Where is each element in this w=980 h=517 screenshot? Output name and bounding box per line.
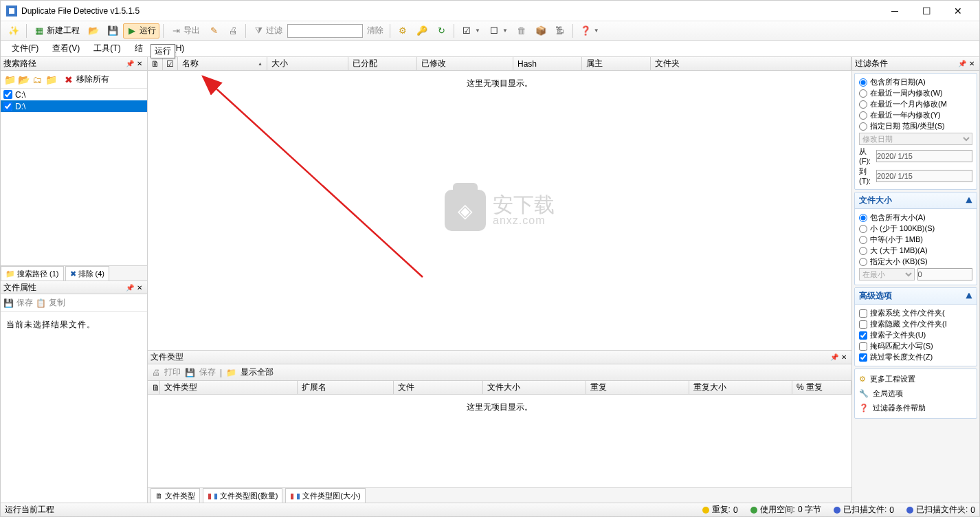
pin-icon[interactable]: 📌 (125, 283, 135, 292)
help-button[interactable]: ❓▼ (577, 23, 603, 38)
ft-col-pct[interactable]: % 重复 (792, 381, 851, 394)
menu-tools[interactable]: 工具(T) (89, 41, 124, 56)
date-year-radio[interactable]: 在最近一年内修改(Y) (859, 110, 972, 120)
size-small-radio[interactable]: 小 (少于 100KB)(S) (859, 223, 972, 234)
minimize-button[interactable]: ─ (879, 1, 911, 21)
wand-button[interactable]: ✨ (5, 23, 23, 38)
size-all-radio[interactable]: 包含所有大小(A) (859, 212, 972, 223)
adv-zero-check[interactable]: 跳过零长度文件(Z) (859, 352, 972, 362)
size-large-radio[interactable]: 大 (大于 1MB)(A) (859, 245, 972, 256)
delete-button[interactable]: 🗑 (513, 23, 531, 38)
pin-icon[interactable]: 📌 (829, 353, 839, 362)
ft-showall-label[interactable]: 显示全部 (241, 366, 274, 378)
fp-save-icon[interactable]: 💾 (3, 298, 14, 308)
size-mode-select[interactable]: 在最小 (859, 268, 915, 280)
ft-col-dup[interactable]: 重复 (586, 381, 689, 394)
print-button[interactable]: 🖨 (224, 23, 242, 38)
col-folder[interactable]: 文件夹 (651, 57, 851, 70)
ft-col-type[interactable]: 文件类型 (160, 381, 298, 394)
panel-close-icon[interactable]: ✕ (135, 283, 144, 292)
size-medium-radio[interactable]: 中等(小于 1MB) (859, 234, 972, 245)
date-from-input[interactable] (876, 150, 972, 162)
fp-copy-icon[interactable]: 📋 (36, 298, 46, 308)
collapse-icon[interactable]: ⯅ (966, 292, 972, 300)
new-project-button[interactable]: ▦新建工程 (30, 23, 83, 38)
size-value-input[interactable] (917, 268, 973, 280)
panel-close-icon[interactable]: ✕ (839, 353, 849, 362)
ft-col-ext[interactable]: 扩展名 (298, 381, 394, 394)
pin-icon[interactable]: 📌 (125, 59, 135, 69)
path-item[interactable]: C:\ (1, 89, 147, 100)
size-spec-radio[interactable]: 指定大小 (KB)(S) (859, 256, 972, 267)
ft-save-label[interactable]: 保存 (199, 366, 216, 378)
menu-results[interactable]: 结 (131, 41, 147, 56)
date-range-radio[interactable]: 指定日期 范围/类型(S) (859, 121, 972, 131)
ft-tab-chart-count[interactable]: ▮▮文件类型图(数量) (203, 488, 282, 503)
adv-sys-check[interactable]: 搜索系统 文件/文件夹( (859, 308, 972, 318)
ft-tab-types[interactable]: 🗎文件类型 (151, 488, 200, 503)
tab-exclude[interactable]: ✖排除 (4) (65, 266, 110, 280)
panel-close-icon[interactable]: ✕ (967, 59, 977, 69)
adv-hidden-check[interactable]: 搜索隐藏 文件/文件夹(I (859, 319, 972, 329)
ft-col-dupsize[interactable]: 重复大小 (689, 381, 792, 394)
ft-save-icon[interactable]: 💾 (185, 368, 195, 377)
adv-case-check[interactable]: 掩码匹配大小写(S) (859, 341, 972, 351)
ft-col-files[interactable]: 文件 (394, 381, 483, 394)
col-hash[interactable]: Hash (513, 57, 582, 70)
col-owner[interactable]: 属主 (582, 57, 651, 70)
date-type-select[interactable]: 修改日期 (859, 133, 972, 145)
open-button[interactable]: 📂 (85, 23, 102, 38)
check-button[interactable]: ☑▼ (458, 23, 484, 38)
fp-copy-label[interactable]: 复制 (49, 297, 65, 309)
ft-showall-icon[interactable]: 📁 (226, 368, 236, 377)
date-month-radio[interactable]: 在最近一个月内修改(M (859, 99, 972, 109)
pin-icon[interactable]: 📌 (957, 59, 967, 69)
fp-save-label[interactable]: 保存 (16, 297, 33, 309)
col-check[interactable]: ☑ (163, 57, 178, 70)
refresh-button[interactable]: ↻ (432, 23, 450, 38)
ft-col-size[interactable]: 文件大小 (483, 381, 586, 394)
menu-file[interactable]: 文件(F) (8, 41, 43, 56)
col-icon[interactable]: 🗎 (148, 57, 163, 70)
add-folder2-icon[interactable]: 📂 (17, 74, 30, 86)
settings-button[interactable]: ⚙ (394, 23, 412, 38)
date-all-radio[interactable]: 包含所有日期(A) (859, 77, 972, 87)
path-checkbox[interactable] (3, 102, 12, 111)
uncheck-button[interactable]: ☐▼ (485, 23, 511, 38)
add-folder-icon[interactable]: 📁 (3, 74, 16, 86)
col-name[interactable]: 名称▲ (178, 57, 267, 70)
key-button[interactable]: 🔑 (413, 23, 431, 38)
col-allocated[interactable]: 已分配 (348, 57, 417, 70)
export-button[interactable]: ⇥导出 (167, 23, 203, 38)
panel-close-icon[interactable]: ✕ (135, 59, 144, 69)
menu-view[interactable]: 查看(V) (48, 41, 84, 56)
ft-print-icon[interactable]: 🖨 (152, 368, 160, 377)
tab-search-paths[interactable]: 📁搜索路径 (1) (1, 266, 64, 280)
archive-button[interactable]: 🗜 (551, 23, 569, 38)
link-more-settings[interactable]: ⚙更多工程设置 (859, 372, 972, 386)
maximize-button[interactable]: ☐ (911, 1, 942, 21)
path-item[interactable]: D:\ (1, 100, 147, 112)
adv-sub-check[interactable]: 搜索子文件夹(U) (859, 330, 972, 340)
filter-button[interactable]: ⧩过滤 (249, 23, 286, 38)
save-button[interactable]: 💾 (104, 23, 122, 38)
move-button[interactable]: 📦 (532, 23, 550, 38)
remove-all-label[interactable]: 移除所有 (76, 74, 109, 85)
link-global-options[interactable]: 🔧全局选项 (859, 386, 972, 401)
add-folder3-icon[interactable]: 🗂 (31, 74, 43, 86)
filter-input[interactable] (287, 24, 363, 38)
close-button[interactable]: ✕ (942, 1, 974, 21)
run-button[interactable]: ▶运行 (123, 23, 159, 38)
col-modified[interactable]: 已修改 (417, 57, 513, 70)
ft-print-label[interactable]: 打印 (164, 366, 181, 378)
path-checkbox[interactable] (3, 90, 12, 99)
date-week-radio[interactable]: 在最近一周内修改(W) (859, 88, 972, 98)
ft-col-icon[interactable]: 🗎 (148, 381, 160, 394)
date-to-input[interactable] (876, 170, 972, 182)
add-folder4-icon[interactable]: 📁 (45, 74, 57, 86)
collapse-icon[interactable]: ⯅ (966, 197, 972, 204)
ft-tab-chart-size[interactable]: ▮▮文件类型图(大小) (285, 488, 365, 503)
edit-button[interactable]: ✎ (205, 23, 223, 38)
link-filter-help[interactable]: ❓过滤器条件帮助 (859, 401, 972, 415)
clear-button[interactable]: 清除 (364, 25, 386, 36)
